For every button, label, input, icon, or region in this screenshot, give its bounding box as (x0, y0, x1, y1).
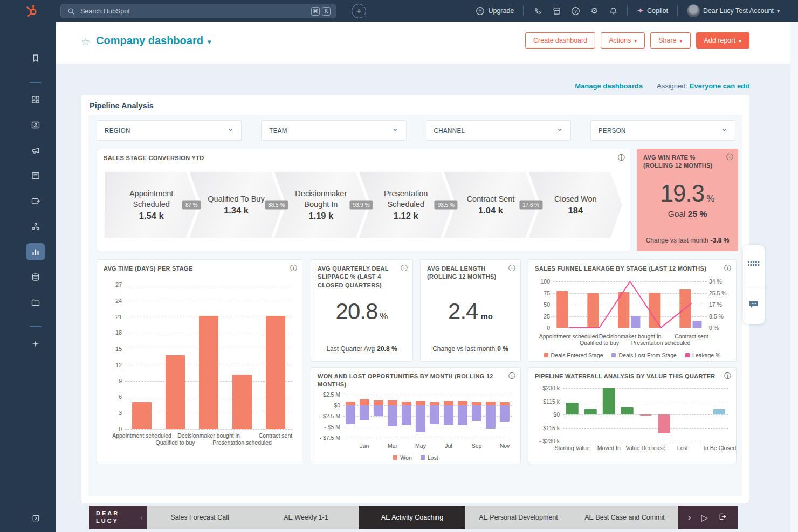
manage-dashboards-link[interactable]: Manage dashboards (575, 82, 643, 90)
scrollbar-track[interactable] (790, 22, 798, 532)
sidebar-item-commerce[interactable] (26, 192, 45, 210)
upgrade-button[interactable]: Upgrade (475, 6, 514, 16)
gridline (563, 441, 728, 441)
x-tick-label: Contract sent (259, 432, 292, 439)
funnel-stage-value: 1.54 k (139, 211, 164, 221)
bar-lost (416, 405, 425, 432)
y-tick-label: - $230 k (539, 438, 560, 444)
y-tick-label: $230 k (542, 385, 560, 391)
share-button[interactable]: Share▾ (650, 32, 690, 49)
y-tick-label: 27 (115, 281, 122, 288)
sidebar-item-automations[interactable] (26, 218, 45, 235)
copilot-label: Copilot (647, 7, 668, 15)
filter-label: PERSON (598, 127, 626, 134)
page-title[interactable]: Company dashboard▾ (96, 34, 211, 47)
sidebar-item-workspaces[interactable] (26, 91, 45, 108)
chevron-left-icon[interactable]: ‹ (140, 513, 143, 522)
hubspot-logo-icon[interactable] (25, 4, 39, 18)
sidebar-item-bookmarks[interactable] (26, 50, 45, 67)
data-icon (31, 272, 40, 282)
info-icon[interactable]: ⓘ (508, 371, 515, 381)
copilot-sparkle-icon: ✦ (637, 6, 644, 16)
info-icon[interactable]: ⓘ (508, 264, 515, 273)
info-icon[interactable]: ⓘ (726, 153, 733, 162)
bar-lost (402, 405, 411, 425)
sidebar-item-copilot[interactable] (26, 335, 45, 353)
bottom-tab[interactable]: Sales Forecast Call (147, 506, 253, 529)
help-icon[interactable]: ? (570, 6, 580, 16)
pipeline-analysis-panel: REGION⌄TEAM⌄CHANNEL⌄PERSON⌄ SALES STAGE … (88, 115, 742, 496)
conversion-rate-badge: 87 % (182, 201, 201, 210)
bottom-tab[interactable]: AE Activity Coaching (359, 506, 465, 529)
filter-select-channel[interactable]: CHANNEL⌄ (426, 120, 571, 141)
notifications-bell-icon[interactable] (608, 6, 618, 16)
play-icon[interactable]: ▷ (701, 513, 707, 523)
x-tick-label: Mar (388, 443, 397, 449)
chevron-right-icon[interactable]: › (688, 513, 691, 522)
waterfall-bar-green (603, 388, 615, 414)
info-icon[interactable]: ⓘ (618, 153, 625, 163)
x-tick-label: Decisionmaker bought in (177, 432, 240, 439)
marketing-icon (31, 146, 40, 155)
bottom-tab[interactable]: AE Best Case and Commit (572, 506, 678, 529)
present-export-icon[interactable] (718, 512, 727, 523)
global-search[interactable]: ⌘ K (60, 4, 336, 18)
info-icon[interactable]: ⓘ (290, 264, 297, 273)
footer-value: -3.8 % (711, 237, 730, 244)
create-new-button[interactable]: + (352, 4, 366, 18)
dearlucy-logo: DEAR LUCY (96, 510, 119, 525)
gridline (563, 428, 728, 429)
assigned-label: Assigned: (657, 82, 687, 90)
create-dashboard-button[interactable]: Create dashboard (525, 32, 595, 49)
filter-select-team[interactable]: TEAM⌄ (261, 120, 406, 141)
chart-title: AVG DEAL LENGTH (ROLLING 12 MONTHS) (427, 265, 503, 281)
legend-swatch (544, 353, 548, 357)
assigned-value-link[interactable]: Everyone can edit (690, 82, 749, 90)
account-menu[interactable]: Dear Lucy Test Account ▾ (687, 4, 780, 17)
actions-label: Actions (609, 37, 631, 44)
gridline (563, 402, 728, 402)
add-report-button[interactable]: Add report▾ (696, 32, 749, 49)
dialpad-apps-icon[interactable] (743, 245, 765, 285)
sidebar-item-library[interactable] (26, 294, 45, 311)
kpi-footer: Change vs last month-3.8 % (637, 237, 738, 244)
marketplace-icon[interactable] (552, 6, 561, 16)
funnel-stage-label: Appointment Scheduled (122, 189, 181, 210)
bottom-tab[interactable]: AE Personal Development (465, 506, 572, 529)
chart-legend: WonLost (311, 454, 520, 461)
filter-label: CHANNEL (434, 127, 465, 134)
info-icon[interactable]: ⓘ (401, 264, 408, 273)
crm-icon (31, 120, 40, 130)
sidebar-item-reporting[interactable] (26, 243, 45, 260)
chart-title: SALES STAGE CONVERSION YTD (104, 154, 613, 162)
sidebar-item-data[interactable] (26, 268, 45, 286)
sidebar-item-content[interactable] (26, 167, 45, 184)
funnel-stage-value: 1.34 k (224, 205, 249, 216)
kpi-number: 19.3 (661, 180, 705, 206)
svg-text:?: ? (574, 8, 577, 13)
settings-gear-icon[interactable]: ⚙ (589, 6, 599, 16)
chevron-down-icon: ⌄ (556, 123, 563, 133)
favorite-star-icon[interactable]: ☆ (81, 36, 90, 48)
sidebar-divider (30, 82, 42, 83)
bottom-tab[interactable]: AE Weekly 1-1 (253, 506, 359, 529)
info-icon[interactable]: ⓘ (724, 264, 731, 273)
actions-button[interactable]: Actions▾ (601, 32, 645, 49)
sidebar-item-crm[interactable] (26, 116, 45, 134)
filter-select-person[interactable]: PERSON⌄ (590, 120, 735, 141)
divider (523, 5, 524, 16)
chart-plot (125, 285, 292, 429)
info-icon[interactable]: ⓘ (724, 371, 731, 381)
filter-select-region[interactable]: REGION⌄ (97, 120, 242, 141)
chat-bubble-icon[interactable] (743, 285, 765, 324)
sidebar-item-expand-panel[interactable] (26, 509, 45, 527)
calling-icon[interactable] (533, 6, 542, 16)
bar (199, 316, 218, 429)
search-input[interactable] (80, 8, 309, 15)
legend-swatch (393, 455, 397, 460)
bar-lost (472, 405, 481, 421)
sidebar-item-marketing[interactable] (26, 142, 45, 159)
copilot-button[interactable]: ✦ Copilot (637, 6, 668, 16)
waterfall-bar-red (658, 414, 670, 433)
bar-won (360, 399, 369, 405)
